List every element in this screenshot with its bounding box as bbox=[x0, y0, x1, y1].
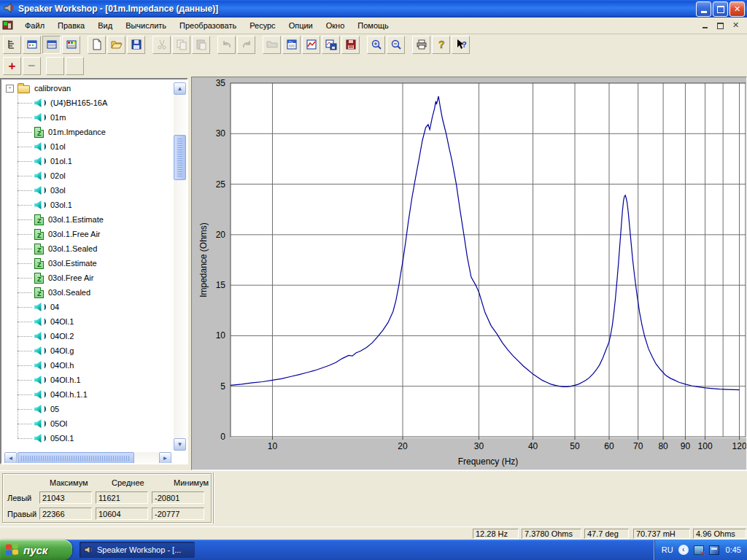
hide-icons-chevron[interactable]: ‹ bbox=[678, 545, 689, 555]
tree-item[interactable]: 03ol.Free Air bbox=[1, 271, 169, 285]
mdi-restore-button[interactable] bbox=[715, 20, 726, 31]
tree-item[interactable]: 03ol.1.Free Air bbox=[1, 227, 169, 241]
new-document-button[interactable] bbox=[88, 36, 106, 54]
left-avg-field: 11621 bbox=[96, 491, 148, 504]
mdi-minimize-button[interactable] bbox=[700, 20, 711, 31]
tray-app-icon[interactable] bbox=[709, 545, 719, 555]
network-status-icon[interactable] bbox=[694, 545, 704, 555]
tree-item-label: 04 bbox=[50, 303, 59, 311]
paste-button[interactable] bbox=[192, 36, 210, 54]
menu-item[interactable]: Файл bbox=[18, 19, 51, 32]
properties-window-button[interactable]: Prp bbox=[282, 36, 301, 54]
blank-button-2[interactable] bbox=[66, 57, 84, 75]
tree-item[interactable]: 04Ol.2 bbox=[1, 329, 169, 343]
svg-text:0: 0 bbox=[220, 432, 225, 442]
status-resistance: 4.96 Ohms bbox=[693, 529, 746, 539]
tree-item[interactable]: 03ol.Estimate bbox=[1, 256, 169, 271]
tree-item[interactable]: 05Ol.1 bbox=[1, 431, 169, 446]
context-help-button[interactable]: ? bbox=[452, 36, 470, 54]
scroll-down-button[interactable]: ▼ bbox=[174, 438, 186, 451]
menu-item[interactable]: Опции bbox=[282, 19, 320, 32]
tree-item-icon bbox=[34, 258, 44, 269]
close-button[interactable]: ✕ bbox=[729, 1, 745, 17]
tree-item[interactable]: 02ol bbox=[1, 168, 169, 183]
tree-horizontal-scrollbar[interactable]: ◄ ► bbox=[4, 452, 171, 464]
restore-button[interactable] bbox=[713, 1, 728, 17]
start-button[interactable]: пуск bbox=[0, 540, 72, 560]
menu-item[interactable]: Преобразовать bbox=[173, 19, 243, 32]
help-button[interactable]: ? bbox=[432, 36, 450, 54]
scroll-left-button[interactable]: ◄ bbox=[4, 452, 17, 464]
tree-item[interactable]: 04Ol.1 bbox=[1, 314, 169, 329]
tree-item[interactable]: 05 bbox=[1, 402, 169, 416]
tree-item[interactable]: 03ol bbox=[1, 183, 169, 198]
tree-item[interactable]: 04 bbox=[1, 300, 169, 314]
scroll-right-button[interactable]: ► bbox=[159, 452, 171, 464]
tree-expander-icon[interactable]: - bbox=[6, 85, 14, 93]
tree-item-icon bbox=[34, 244, 44, 254]
tree-item[interactable]: 04Ol.h.1.1 bbox=[1, 387, 169, 402]
task-speaker-icon bbox=[84, 545, 93, 555]
taskbar-task-button[interactable]: Speaker Workshop - [... bbox=[80, 542, 195, 558]
tree-item[interactable]: 01m.Impedance bbox=[1, 125, 169, 139]
copy-button[interactable] bbox=[172, 36, 190, 54]
chart-save-button[interactable] bbox=[322, 36, 340, 54]
minimize-button[interactable] bbox=[696, 1, 711, 17]
tree-item[interactable]: 03ol.1 bbox=[1, 198, 169, 212]
print-button[interactable] bbox=[412, 36, 430, 54]
tree-item-icon bbox=[34, 287, 44, 298]
blank-button-1[interactable] bbox=[46, 57, 64, 75]
outline-view-button[interactable] bbox=[3, 36, 21, 54]
menu-item[interactable]: Окно bbox=[320, 19, 352, 32]
zoom-out-button[interactable] bbox=[387, 36, 405, 54]
tree-item[interactable]: 04Ol.h bbox=[1, 358, 169, 373]
svg-text:30: 30 bbox=[474, 441, 484, 451]
tree-item[interactable]: 01m bbox=[1, 110, 169, 125]
menu-item[interactable]: Вид bbox=[91, 19, 119, 32]
cut-button[interactable] bbox=[152, 36, 171, 54]
add-button[interactable]: + bbox=[3, 57, 21, 75]
language-indicator[interactable]: RU bbox=[662, 545, 673, 554]
tree-item-label: 03ol.1.Estimate bbox=[48, 215, 104, 224]
horizontal-scroll-thumb[interactable] bbox=[18, 452, 134, 464]
zoom-in-button[interactable] bbox=[367, 36, 385, 54]
icon-view-button[interactable] bbox=[23, 36, 41, 54]
stats-right-label: Правый bbox=[7, 510, 39, 518]
tree-item[interactable]: 03ol.Sealed bbox=[1, 285, 169, 300]
svg-text:60: 60 bbox=[604, 441, 614, 451]
tree-item[interactable]: 03ol.1.Sealed bbox=[1, 241, 169, 256]
tree-item[interactable]: 04Ol.h.1 bbox=[1, 373, 169, 387]
menu-item[interactable]: Правка bbox=[51, 19, 91, 32]
tree-item[interactable]: 01ol.1 bbox=[1, 154, 169, 168]
chart-button[interactable] bbox=[302, 36, 320, 54]
tree-item[interactable]: 05Ol bbox=[1, 416, 169, 431]
svg-text:120: 120 bbox=[732, 441, 746, 451]
tree-item[interactable]: (U4)BH165-16A bbox=[1, 96, 169, 110]
menu-item[interactable]: Ресурс bbox=[243, 19, 282, 32]
open-button[interactable] bbox=[107, 36, 125, 54]
folder-properties-button[interactable] bbox=[263, 36, 281, 54]
vertical-scroll-thumb[interactable] bbox=[174, 135, 186, 180]
tree-item-icon bbox=[34, 155, 46, 167]
undo-button[interactable] bbox=[217, 36, 236, 54]
cell-view-button[interactable] bbox=[62, 36, 80, 54]
tree-item-label: 03ol.1.Free Air bbox=[48, 230, 101, 238]
tree-item[interactable]: - calibrovan bbox=[1, 81, 169, 96]
detail-view-button[interactable] bbox=[42, 36, 61, 54]
tree-item[interactable]: 03ol.1.Estimate bbox=[1, 212, 169, 227]
export-button[interactable] bbox=[341, 36, 360, 54]
svg-text:?: ? bbox=[462, 40, 467, 49]
tree-item[interactable]: 01ol bbox=[1, 139, 169, 154]
mdi-close-button[interactable]: ✕ bbox=[730, 20, 741, 31]
remove-button[interactable]: − bbox=[23, 57, 41, 75]
tree-item[interactable]: 04Ol.g bbox=[1, 343, 169, 358]
tree-vertical-scrollbar[interactable]: ▲ ▼ bbox=[174, 82, 186, 451]
redo-button[interactable] bbox=[237, 36, 255, 54]
menu-item[interactable]: Вычислить bbox=[119, 19, 173, 32]
statistics-group: Максимум Среднее Минимум Левый 21043 116… bbox=[2, 473, 212, 523]
scroll-up-button[interactable]: ▲ bbox=[174, 82, 186, 95]
save-button[interactable] bbox=[127, 36, 145, 54]
stats-header-row: Максимум Среднее Минимум bbox=[7, 478, 230, 487]
menu-item[interactable]: Помощь bbox=[351, 19, 395, 32]
status-bar: 12.28 Hz 7.3780 Ohms 47.7 deg 70.737 mH … bbox=[0, 526, 747, 540]
